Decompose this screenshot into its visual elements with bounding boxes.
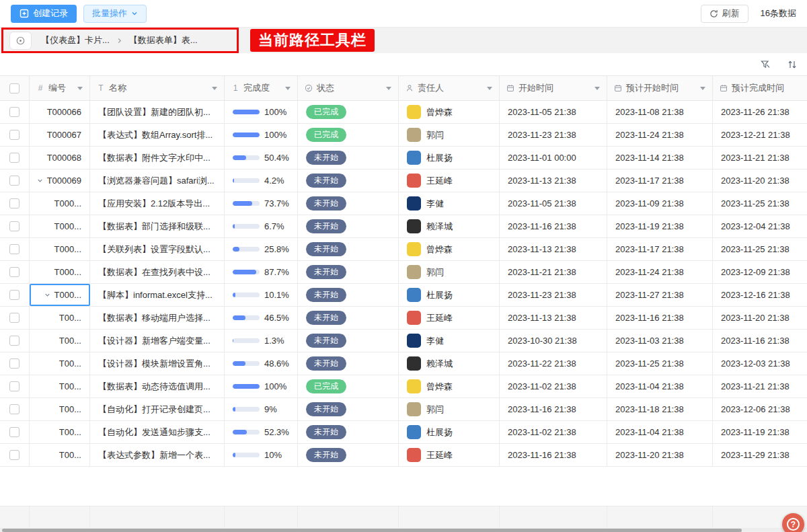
sort-icon[interactable] xyxy=(785,58,799,71)
cell-status[interactable]: 未开始 xyxy=(298,238,399,260)
breadcrumb-item-dashboard[interactable]: 【仪表盘】卡片... xyxy=(41,34,110,46)
cell-progress[interactable]: 73.7% xyxy=(225,192,298,215)
table-row[interactable]: T000...【应用安装】2.12版本导出...73.7%未开始李健2023-1… xyxy=(0,192,807,215)
cell-assignee[interactable]: 王延峰 xyxy=(399,444,500,466)
row-checkbox[interactable] xyxy=(9,313,20,323)
create-record-button[interactable]: 创建记录 xyxy=(11,5,77,23)
cell-status[interactable]: 未开始 xyxy=(298,261,399,283)
cell-start-date[interactable]: 2023-11-13 21:38 xyxy=(500,169,607,192)
cell-est-end-date[interactable]: 2023-12-03 21:38 xyxy=(713,352,807,375)
cell-name[interactable]: 【设计器】模块新增设置角... xyxy=(90,352,225,375)
table-row[interactable]: T000069【浏览器兼容问题】safari浏...4.2%未开始王延峰2023… xyxy=(0,169,807,192)
cell-id[interactable]: T000066 xyxy=(30,101,90,123)
cell-est-end-date[interactable]: 2023-12-09 21:38 xyxy=(713,261,807,283)
expand-chevron-icon[interactable] xyxy=(36,177,44,184)
column-header-est_end[interactable]: 预计完成时间 xyxy=(713,76,807,100)
cell-assignee[interactable]: 李健 xyxy=(399,192,500,215)
cell-status[interactable]: 已完成 xyxy=(298,101,399,123)
cell-name[interactable]: 【关联列表】设置字段默认... xyxy=(90,238,225,260)
cell-status[interactable]: 未开始 xyxy=(298,147,399,169)
cell-start-date[interactable]: 2023-11-21 21:38 xyxy=(500,261,607,283)
locate-current-button[interactable] xyxy=(9,32,32,50)
row-checkbox[interactable] xyxy=(9,221,20,231)
cell-progress[interactable]: 6.7% xyxy=(225,215,298,237)
cell-est-end-date[interactable]: 2023-11-25 21:38 xyxy=(713,238,807,260)
refresh-button[interactable]: 刷新 xyxy=(701,5,748,23)
cell-assignee[interactable]: 曾烨森 xyxy=(399,375,500,397)
cell-est-end-date[interactable]: 2023-11-20 21:38 xyxy=(713,307,807,329)
table-row[interactable]: T000...【关联列表】设置字段默认...25.8%未开始曾烨森2023-11… xyxy=(0,238,807,261)
table-row[interactable]: T00...【表达式参数】新增一个表...10%未开始王延峰2023-11-16… xyxy=(0,444,807,467)
cell-est-start-date[interactable]: 2023-11-16 21:38 xyxy=(607,307,713,329)
cell-est-start-date[interactable]: 2023-11-24 21:38 xyxy=(607,124,713,146)
table-row[interactable]: T000066【团队设置】新建的团队初...100%已完成曾烨森2023-11-… xyxy=(0,101,807,124)
cell-status[interactable]: 已完成 xyxy=(298,375,399,397)
table-row[interactable]: T00...【自动化】发送通知步骤支...52.3%未开始杜展扬2023-11-… xyxy=(0,421,807,444)
cell-assignee[interactable]: 郭闫 xyxy=(399,124,500,146)
column-header-start[interactable]: 开始时间 xyxy=(500,76,607,100)
cell-progress[interactable]: 4.2% xyxy=(225,169,298,192)
cell-est-end-date[interactable]: 2023-11-21 21:38 xyxy=(713,375,807,397)
column-header-name[interactable]: T名称 xyxy=(90,76,225,100)
cell-assignee[interactable]: 杜展扬 xyxy=(399,421,500,443)
cell-progress[interactable]: 100% xyxy=(225,375,298,397)
cell-id[interactable]: T000... xyxy=(30,192,90,215)
cell-est-start-date[interactable]: 2023-11-18 21:38 xyxy=(607,398,713,420)
cell-name[interactable]: 【应用安装】2.12版本导出... xyxy=(90,192,225,215)
row-checkbox[interactable] xyxy=(9,176,20,186)
cell-name[interactable]: 【团队设置】新建的团队初... xyxy=(90,101,225,123)
cell-status[interactable]: 未开始 xyxy=(298,444,399,466)
cell-progress[interactable]: 46.5% xyxy=(225,307,298,329)
row-checkbox[interactable] xyxy=(9,427,20,437)
cell-progress[interactable]: 52.3% xyxy=(225,421,298,443)
cell-name[interactable]: 【自动化】打开记录创建页... xyxy=(90,398,225,420)
cell-progress[interactable]: 100% xyxy=(225,124,298,146)
row-checkbox[interactable] xyxy=(9,358,20,369)
table-row[interactable]: T000067【表达式】数组Array.sort排...100%已完成郭闫202… xyxy=(0,124,807,147)
row-checkbox[interactable] xyxy=(9,290,20,300)
cell-est-end-date[interactable]: 2023-11-20 21:38 xyxy=(713,169,807,192)
cell-name[interactable]: 【数据表】移动端用户选择... xyxy=(90,307,225,329)
cell-id[interactable]: T00... xyxy=(30,330,90,352)
cell-est-start-date[interactable]: 2023-11-19 21:38 xyxy=(607,215,713,237)
row-checkbox[interactable] xyxy=(9,107,20,117)
cell-name[interactable]: 【自动化】发送通知步骤支... xyxy=(90,421,225,443)
cell-est-end-date[interactable]: 2023-12-04 21:38 xyxy=(713,215,807,237)
cell-start-date[interactable]: 2023-11-22 21:38 xyxy=(500,352,607,375)
cell-progress[interactable]: 87.7% xyxy=(225,261,298,283)
cell-est-end-date[interactable]: 2023-11-25 21:38 xyxy=(713,192,807,215)
column-header-status[interactable]: 状态 xyxy=(298,76,399,100)
row-checkbox[interactable] xyxy=(9,404,20,414)
cell-start-date[interactable]: 2023-11-23 21:38 xyxy=(500,284,607,306)
table-row[interactable]: T00...【数据表】动态待选值调用...100%已完成曾烨森2023-11-0… xyxy=(0,375,807,398)
cell-name[interactable]: 【表达式参数】新增一个表... xyxy=(90,444,225,466)
cell-id[interactable]: T00... xyxy=(30,444,90,466)
cell-id[interactable]: T00... xyxy=(30,352,90,375)
cell-status[interactable]: 未开始 xyxy=(298,421,399,443)
cell-id[interactable]: T000... xyxy=(30,238,90,260)
cell-start-date[interactable]: 2023-11-02 21:38 xyxy=(500,375,607,397)
cell-assignee[interactable]: 郭闫 xyxy=(399,398,500,420)
batch-actions-button[interactable]: 批量操作 xyxy=(83,5,147,23)
cell-name[interactable]: 【表达式】数组Array.sort排... xyxy=(90,124,225,146)
cell-start-date[interactable]: 2023-11-02 21:38 xyxy=(500,421,607,443)
cell-est-start-date[interactable]: 2023-11-25 21:38 xyxy=(607,352,713,375)
column-menu-arrow-icon[interactable] xyxy=(212,87,217,90)
help-button[interactable]: ? xyxy=(782,513,804,532)
column-header-assignee[interactable]: 责任人 xyxy=(399,76,500,100)
column-header-id[interactable]: #编号 xyxy=(30,76,90,100)
cell-progress[interactable]: 100% xyxy=(225,101,298,123)
cell-assignee[interactable]: 杜展扬 xyxy=(399,284,500,306)
cell-est-end-date[interactable]: 2023-11-19 21:38 xyxy=(713,421,807,443)
cell-est-end-date[interactable]: 2023-11-16 21:38 xyxy=(713,330,807,352)
cell-est-end-date[interactable]: 2023-11-29 21:38 xyxy=(713,444,807,466)
row-checkbox[interactable] xyxy=(9,153,20,163)
cell-start-date[interactable]: 2023-11-16 21:38 xyxy=(500,215,607,237)
row-checkbox[interactable] xyxy=(9,450,20,460)
cell-status[interactable]: 未开始 xyxy=(298,169,399,192)
cell-status[interactable]: 未开始 xyxy=(298,398,399,420)
cell-name[interactable]: 【浏览器兼容问题】safari浏... xyxy=(90,169,225,192)
cell-est-start-date[interactable]: 2023-11-24 21:38 xyxy=(607,261,713,283)
table-row[interactable]: T000068【数据表】附件文字水印中...50.4%未开始杜展扬2023-11… xyxy=(0,147,807,169)
column-header-est_start[interactable]: 预计开始时间 xyxy=(607,76,713,100)
